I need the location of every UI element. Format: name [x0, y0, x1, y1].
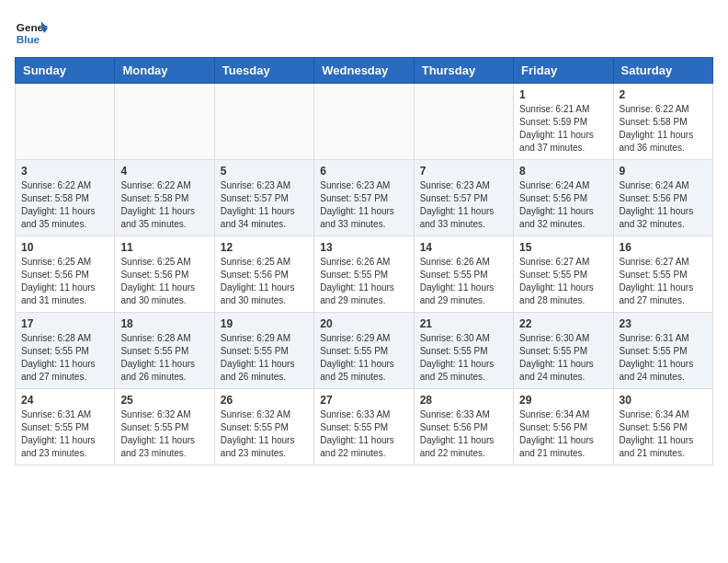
day-number: 16: [620, 241, 707, 254]
calendar-cell: 26Sunrise: 6:32 AM Sunset: 5:55 PM Dayli…: [214, 389, 313, 465]
day-info: Sunrise: 6:28 AM Sunset: 5:55 PM Dayligh…: [21, 332, 108, 384]
calendar-cell: 14Sunrise: 6:26 AM Sunset: 5:55 PM Dayli…: [414, 236, 513, 313]
calendar-cell: 17Sunrise: 6:28 AM Sunset: 5:55 PM Dayli…: [16, 313, 115, 389]
day-info: Sunrise: 6:34 AM Sunset: 5:56 PM Dayligh…: [519, 408, 607, 460]
day-number: 6: [320, 165, 407, 178]
day-number: 14: [420, 241, 507, 254]
weekday-header: Tuesday: [214, 58, 313, 84]
day-info: Sunrise: 6:30 AM Sunset: 5:55 PM Dayligh…: [420, 332, 507, 384]
day-info: Sunrise: 6:33 AM Sunset: 5:55 PM Dayligh…: [320, 408, 407, 460]
calendar-cell: [414, 84, 513, 160]
day-number: 17: [21, 317, 108, 330]
day-info: Sunrise: 6:21 AM Sunset: 5:59 PM Dayligh…: [519, 103, 607, 155]
day-number: 3: [21, 165, 108, 178]
calendar-cell: 5Sunrise: 6:23 AM Sunset: 5:57 PM Daylig…: [214, 160, 313, 236]
day-info: Sunrise: 6:29 AM Sunset: 5:55 PM Dayligh…: [320, 332, 407, 384]
calendar-cell: 9Sunrise: 6:24 AM Sunset: 5:56 PM Daylig…: [613, 160, 712, 236]
day-number: 8: [519, 165, 607, 178]
day-number: 23: [620, 317, 707, 330]
day-number: 11: [120, 241, 208, 254]
weekday-header: Thursday: [414, 58, 513, 84]
calendar-cell: 13Sunrise: 6:26 AM Sunset: 5:55 PM Dayli…: [314, 236, 414, 313]
day-number: 15: [519, 241, 607, 254]
day-number: 12: [221, 241, 308, 254]
day-info: Sunrise: 6:25 AM Sunset: 5:56 PM Dayligh…: [120, 256, 208, 307]
day-info: Sunrise: 6:33 AM Sunset: 5:56 PM Dayligh…: [420, 408, 507, 460]
day-number: 9: [620, 165, 707, 178]
day-info: Sunrise: 6:23 AM Sunset: 5:57 PM Dayligh…: [221, 179, 308, 231]
day-number: 30: [620, 394, 707, 407]
page-header: General Blue: [15, 15, 713, 48]
weekday-header: Sunday: [16, 58, 115, 84]
day-number: 7: [420, 165, 507, 178]
calendar-week-row: 1Sunrise: 6:21 AM Sunset: 5:59 PM Daylig…: [16, 84, 713, 160]
day-info: Sunrise: 6:29 AM Sunset: 5:55 PM Dayligh…: [221, 332, 308, 384]
svg-text:Blue: Blue: [17, 33, 40, 45]
day-info: Sunrise: 6:26 AM Sunset: 5:55 PM Dayligh…: [420, 256, 507, 307]
calendar-cell: 22Sunrise: 6:30 AM Sunset: 5:55 PM Dayli…: [514, 313, 613, 389]
day-info: Sunrise: 6:34 AM Sunset: 5:56 PM Dayligh…: [620, 408, 707, 460]
day-info: Sunrise: 6:28 AM Sunset: 5:55 PM Dayligh…: [120, 332, 208, 384]
calendar-cell: 30Sunrise: 6:34 AM Sunset: 5:56 PM Dayli…: [613, 389, 712, 465]
weekday-header: Wednesday: [314, 58, 414, 84]
day-info: Sunrise: 6:25 AM Sunset: 5:56 PM Dayligh…: [221, 256, 308, 307]
day-number: 29: [519, 394, 607, 407]
day-number: 22: [519, 317, 607, 330]
calendar-cell: 8Sunrise: 6:24 AM Sunset: 5:56 PM Daylig…: [514, 160, 613, 236]
day-number: 13: [320, 241, 407, 254]
logo: General Blue: [15, 15, 51, 48]
day-info: Sunrise: 6:32 AM Sunset: 5:55 PM Dayligh…: [120, 408, 208, 460]
day-info: Sunrise: 6:22 AM Sunset: 5:58 PM Dayligh…: [120, 179, 208, 231]
calendar-cell: 25Sunrise: 6:32 AM Sunset: 5:55 PM Dayli…: [115, 389, 214, 465]
calendar-cell: 15Sunrise: 6:27 AM Sunset: 5:55 PM Dayli…: [514, 236, 613, 313]
day-number: 19: [221, 317, 308, 330]
calendar-week-row: 10Sunrise: 6:25 AM Sunset: 5:56 PM Dayli…: [16, 236, 713, 313]
calendar-cell: 28Sunrise: 6:33 AM Sunset: 5:56 PM Dayli…: [414, 389, 513, 465]
weekday-row: SundayMondayTuesdayWednesdayThursdayFrid…: [16, 58, 713, 84]
day-number: 25: [120, 394, 208, 407]
calendar-cell: 20Sunrise: 6:29 AM Sunset: 5:55 PM Dayli…: [314, 313, 414, 389]
calendar-week-row: 17Sunrise: 6:28 AM Sunset: 5:55 PM Dayli…: [16, 313, 713, 389]
calendar-cell: 19Sunrise: 6:29 AM Sunset: 5:55 PM Dayli…: [214, 313, 313, 389]
calendar-cell: 29Sunrise: 6:34 AM Sunset: 5:56 PM Dayli…: [514, 389, 613, 465]
weekday-header: Saturday: [613, 58, 712, 84]
day-info: Sunrise: 6:24 AM Sunset: 5:56 PM Dayligh…: [519, 179, 607, 231]
day-info: Sunrise: 6:23 AM Sunset: 5:57 PM Dayligh…: [420, 179, 507, 231]
day-number: 5: [221, 165, 308, 178]
day-number: 4: [120, 165, 208, 178]
calendar-cell: 7Sunrise: 6:23 AM Sunset: 5:57 PM Daylig…: [414, 160, 513, 236]
day-number: 26: [221, 394, 308, 407]
day-info: Sunrise: 6:26 AM Sunset: 5:55 PM Dayligh…: [320, 256, 407, 307]
calendar-cell: [16, 84, 115, 160]
day-number: 10: [21, 241, 108, 254]
calendar-cell: 6Sunrise: 6:23 AM Sunset: 5:57 PM Daylig…: [314, 160, 414, 236]
calendar-cell: 16Sunrise: 6:27 AM Sunset: 5:55 PM Dayli…: [613, 236, 712, 313]
calendar-cell: [214, 84, 313, 160]
day-number: 24: [21, 394, 108, 407]
calendar-header: SundayMondayTuesdayWednesdayThursdayFrid…: [16, 58, 713, 84]
day-info: Sunrise: 6:30 AM Sunset: 5:55 PM Dayligh…: [519, 332, 607, 384]
calendar-week-row: 3Sunrise: 6:22 AM Sunset: 5:58 PM Daylig…: [16, 160, 713, 236]
calendar-cell: 27Sunrise: 6:33 AM Sunset: 5:55 PM Dayli…: [314, 389, 414, 465]
weekday-header: Monday: [115, 58, 214, 84]
day-number: 27: [320, 394, 407, 407]
day-info: Sunrise: 6:24 AM Sunset: 5:56 PM Dayligh…: [620, 179, 707, 231]
day-info: Sunrise: 6:27 AM Sunset: 5:55 PM Dayligh…: [519, 256, 607, 307]
calendar-cell: 23Sunrise: 6:31 AM Sunset: 5:55 PM Dayli…: [613, 313, 712, 389]
calendar-cell: [314, 84, 414, 160]
day-info: Sunrise: 6:23 AM Sunset: 5:57 PM Dayligh…: [320, 179, 407, 231]
day-number: 28: [420, 394, 507, 407]
calendar-cell: 18Sunrise: 6:28 AM Sunset: 5:55 PM Dayli…: [115, 313, 214, 389]
calendar-cell: 1Sunrise: 6:21 AM Sunset: 5:59 PM Daylig…: [514, 84, 613, 160]
day-info: Sunrise: 6:32 AM Sunset: 5:55 PM Dayligh…: [221, 408, 308, 460]
weekday-header: Friday: [514, 58, 613, 84]
calendar-cell: 12Sunrise: 6:25 AM Sunset: 5:56 PM Dayli…: [214, 236, 313, 313]
calendar-cell: 24Sunrise: 6:31 AM Sunset: 5:55 PM Dayli…: [16, 389, 115, 465]
calendar-cell: 4Sunrise: 6:22 AM Sunset: 5:58 PM Daylig…: [115, 160, 214, 236]
day-number: 21: [420, 317, 507, 330]
calendar-cell: 3Sunrise: 6:22 AM Sunset: 5:58 PM Daylig…: [16, 160, 115, 236]
calendar-cell: [115, 84, 214, 160]
day-info: Sunrise: 6:22 AM Sunset: 5:58 PM Dayligh…: [620, 103, 707, 155]
day-info: Sunrise: 6:25 AM Sunset: 5:56 PM Dayligh…: [21, 256, 108, 307]
calendar-week-row: 24Sunrise: 6:31 AM Sunset: 5:55 PM Dayli…: [16, 389, 713, 465]
